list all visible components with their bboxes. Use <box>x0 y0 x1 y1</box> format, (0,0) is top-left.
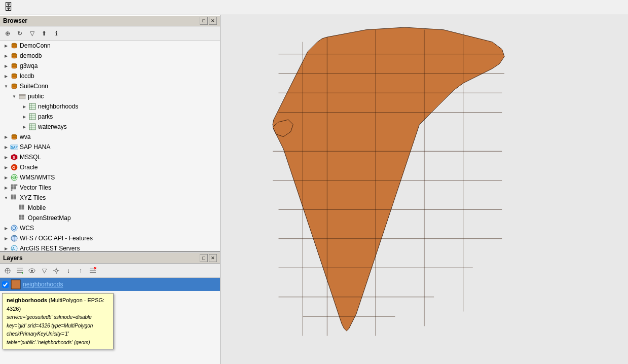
svg-rect-78 <box>90 270 96 271</box>
browser-tree-wrapper: DemoConn demodb <box>0 41 220 251</box>
tree-item-democonn[interactable]: DemoConn <box>0 41 220 51</box>
layer-add-button[interactable]: + <box>14 265 25 276</box>
tree-item-mssql[interactable]: S MSSQL <box>0 152 220 162</box>
db-icon-wva <box>10 133 18 141</box>
layer-visibility-button[interactable] <box>26 265 38 276</box>
tree-item-arcgis[interactable]: A ArcGIS REST Servers <box>0 243 220 251</box>
label-saphana: SAP HANA <box>20 143 50 151</box>
expand-neighborhoods-browser[interactable] <box>20 102 28 111</box>
tooltip-title: neighborhoods <box>7 297 47 303</box>
tree-item-xyztiles[interactable]: XYZ Tiles <box>0 193 220 203</box>
tree-item-locdb[interactable]: locdb <box>0 71 220 81</box>
mssql-icon: S <box>10 153 18 161</box>
layer-row-neighborhoods[interactable]: neighborhoods <box>0 278 220 291</box>
browser-collapse-button[interactable]: ⬆ <box>39 28 50 39</box>
expand-saphana[interactable] <box>2 143 10 151</box>
tree-item-parks[interactable]: parks <box>0 112 220 122</box>
vectortiles-icon <box>10 184 18 192</box>
expand-locdb[interactable] <box>2 72 10 80</box>
svg-point-31 <box>12 137 17 139</box>
browser-filter-button[interactable]: ▽ <box>26 28 38 39</box>
tree-item-suiteconn[interactable]: SuiteConn <box>0 81 220 91</box>
layer-filter-button[interactable]: ▽ <box>39 265 50 276</box>
tree-item-wfsapi[interactable]: WFS / OGC API - Features <box>0 233 220 243</box>
expand-oracle[interactable] <box>2 163 10 171</box>
svg-rect-58 <box>22 217 24 220</box>
layers-float-button[interactable]: □ <box>200 254 208 262</box>
svg-rect-46 <box>11 190 12 191</box>
label-mobile: Mobile <box>28 204 46 211</box>
browser-add-button[interactable]: ⊕ <box>2 28 13 39</box>
browser-float-button[interactable]: □ <box>200 17 208 25</box>
tree-item-oracle[interactable]: O Oracle <box>0 162 220 172</box>
expand-suiteconn[interactable] <box>2 82 10 90</box>
svg-rect-51 <box>19 205 21 207</box>
label-openstreetmap: OpenStreetMap <box>28 214 71 222</box>
label-oracle: Oracle <box>20 164 38 171</box>
expand-democonn[interactable] <box>2 42 10 50</box>
layer-name-neighborhoods[interactable]: neighborhoods <box>23 281 63 288</box>
tooltip-details: service='geosuitedb' sslmode=disable key… <box>7 314 93 345</box>
oracle-icon: O <box>10 163 18 171</box>
tree-item-wcs[interactable]: WCS <box>0 223 220 233</box>
expand-g3wqa[interactable] <box>2 62 10 70</box>
tree-item-waterways[interactable]: waterways <box>0 122 220 132</box>
browser-info-button[interactable]: ℹ <box>51 28 62 39</box>
wms-icon <box>10 173 18 181</box>
layers-panel: Layers □ ✕ <box>0 252 220 364</box>
layer-checkbox-neighborhoods[interactable] <box>2 281 9 288</box>
expand-mssql[interactable] <box>2 153 10 161</box>
tree-item-openstreetmap[interactable]: OpenStreetMap <box>0 213 220 223</box>
layers-close-button[interactable]: ✕ <box>209 254 217 262</box>
tree-item-demodb[interactable]: demodb <box>0 51 220 61</box>
svg-rect-57 <box>19 217 21 220</box>
browser-close-button[interactable]: ✕ <box>209 17 217 25</box>
layer-remove-button[interactable] <box>87 265 98 276</box>
tree-item-saphana[interactable]: SAP SAP HANA <box>0 142 220 152</box>
layer-move-top-button[interactable]: ↑ <box>75 265 86 276</box>
tree-item-wva[interactable]: wva <box>0 132 220 142</box>
svg-rect-47 <box>11 195 13 197</box>
layer-move-bottom-button[interactable]: ↓ <box>63 265 74 276</box>
expand-public[interactable] <box>10 92 18 100</box>
svg-point-8 <box>12 66 17 68</box>
browser-panel: Browser □ ✕ ⊕ ↻ ▽ ⬆ ℹ <box>0 15 220 252</box>
expand-wfsapi[interactable] <box>2 234 10 242</box>
schema-icon-public <box>18 92 26 100</box>
expand-wva[interactable] <box>2 133 10 141</box>
svg-point-72 <box>55 269 58 272</box>
svg-point-11 <box>12 77 17 79</box>
label-demodb: demodb <box>20 52 42 59</box>
wcs-icon <box>10 224 18 232</box>
tree-item-g3wqa[interactable]: g3wqa <box>0 61 220 71</box>
main-area: Browser □ ✕ ⊕ ↻ ▽ ⬆ ℹ <box>0 15 628 364</box>
expand-demodb[interactable] <box>2 52 10 60</box>
osm-icon <box>18 214 26 222</box>
tree-item-neighborhoods-browser[interactable]: neighborhoods <box>0 101 220 112</box>
expand-wcs[interactable] <box>2 224 10 232</box>
tree-item-public[interactable]: public <box>0 91 220 101</box>
tree-item-vectortiles[interactable]: Vector Tiles <box>0 183 220 193</box>
tree-item-wmswmts[interactable]: WMS/WMTS <box>0 172 220 183</box>
browser-refresh-button[interactable]: ↻ <box>14 28 25 39</box>
expand-xyztiles[interactable] <box>2 194 10 202</box>
svg-rect-77 <box>90 272 96 273</box>
label-waterways: waterways <box>38 123 67 130</box>
expand-arcgis[interactable] <box>2 244 10 251</box>
expand-wmswmts[interactable] <box>2 173 10 181</box>
expand-vectortiles[interactable] <box>2 184 10 192</box>
svg-text:A: A <box>12 247 15 250</box>
left-panel: Browser □ ✕ ⊕ ↻ ▽ ⬆ ℹ <box>0 15 220 364</box>
svg-rect-54 <box>22 207 24 209</box>
expand-waterways[interactable] <box>20 123 28 131</box>
svg-text:SAP: SAP <box>11 145 18 149</box>
browser-panel-header: Browser □ ✕ <box>0 15 220 26</box>
svg-rect-56 <box>22 215 24 217</box>
tree-item-mobile[interactable]: Mobile <box>0 203 220 213</box>
svg-rect-16 <box>19 94 25 96</box>
map-area[interactable] <box>220 15 628 364</box>
layer-style-button[interactable] <box>2 265 13 276</box>
layer-settings-button[interactable] <box>51 265 62 276</box>
svg-rect-44 <box>14 187 16 189</box>
expand-parks[interactable] <box>20 113 28 121</box>
